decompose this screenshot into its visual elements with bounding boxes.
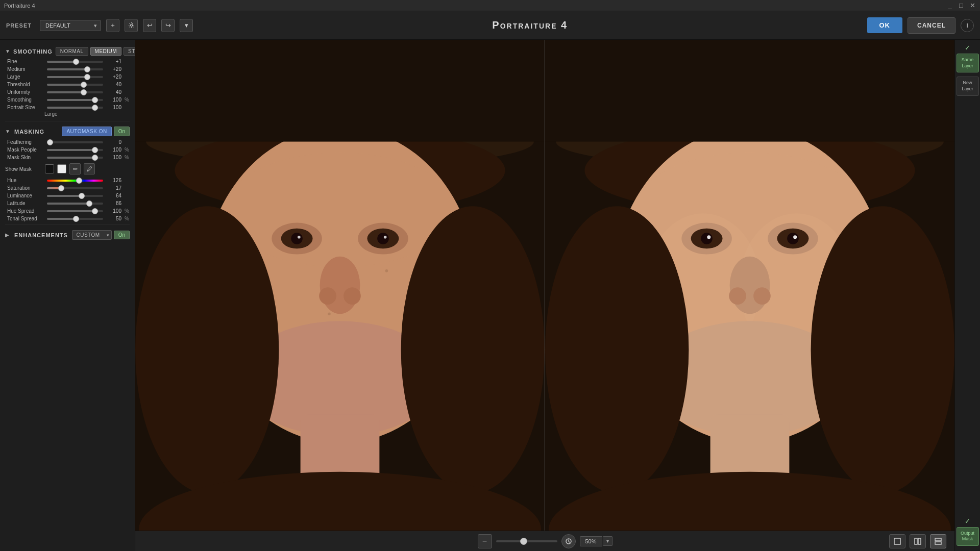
hue-slider[interactable] [47,180,103,182]
latitude-thumb[interactable] [86,201,92,207]
mask-color-white[interactable] [57,164,66,173]
masking-on-btn[interactable]: On [114,127,130,136]
output-mask-check: ✓ [965,517,970,525]
saturation-thumb[interactable] [58,185,64,191]
zoom-dropdown-btn[interactable]: ▾ [603,536,612,546]
add-preset-btn[interactable]: + [106,19,119,32]
view-single-btn[interactable] [889,534,905,548]
after-image [545,40,954,531]
mask-people-slider[interactable] [47,149,103,151]
fine-slider[interactable] [47,61,103,63]
minimize-btn[interactable]: _ [946,2,953,9]
mask-people-thumb[interactable] [92,147,98,153]
saturation-slider[interactable] [47,187,103,189]
before-image [135,40,545,531]
feathering-value: 0 [106,139,121,145]
custom-dropdown-btn[interactable]: CUSTOM [72,230,112,240]
mask-paint-btn[interactable]: ✏ [69,163,81,174]
close-btn[interactable]: ✕ [969,2,976,9]
undo-btn[interactable]: ↩ [143,19,156,32]
history-dropdown-btn[interactable]: ▾ [180,19,193,32]
zoom-slider-thumb[interactable] [520,538,527,545]
cancel-button[interactable]: CANCEL [908,17,955,34]
large-slider[interactable] [47,76,103,78]
threshold-slider-row: Threshold 40 [0,81,135,88]
enhancements-on-btn[interactable]: On [114,231,130,239]
zoom-reset-icon [565,538,572,545]
smoothing-fill [47,99,95,101]
mask-skin-slider[interactable] [47,157,103,159]
feathering-thumb[interactable] [47,139,53,145]
view-split-h-btn[interactable] [910,534,926,548]
before-canvas [135,40,545,531]
medium-slider[interactable] [47,68,103,70]
preset-dropdown[interactable]: DEFAULT [40,20,101,31]
feathering-slider-row: Feathering 0 [0,138,135,146]
svg-rect-65 [894,538,900,544]
sep1 [5,121,130,121]
svg-point-32 [401,206,545,493]
mask-skin-slider-row: Mask Skin 100 % [0,154,135,161]
feathering-slider[interactable] [47,141,103,143]
smoothing-triangle: ▼ [5,48,10,54]
view-mode-btns [889,534,946,548]
zoom-slider[interactable] [496,540,557,542]
threshold-thumb[interactable] [81,82,87,88]
preset-settings-btn[interactable] [125,19,138,32]
uniformity-slider[interactable] [47,91,103,93]
mask-color-black[interactable] [45,164,54,173]
smoothing-preset-btns: NORMAL MEDIUM STRONG [56,47,135,56]
smoothing-thumb[interactable] [92,97,98,103]
masking-section-header[interactable]: ▼ MASKING AUTOMASK ON On [0,123,135,138]
zoom-out-btn[interactable]: − [478,534,492,548]
hue-spread-slider[interactable] [47,210,103,212]
hue-spread-slider-row: Hue Spread 100 % [0,207,135,215]
mask-erase-btn[interactable]: 🖊 [84,163,95,174]
large-thumb[interactable] [84,74,90,80]
before-svg [135,40,545,531]
tonal-spread-pct: % [125,216,130,221]
zoom-reset-btn[interactable] [561,534,576,548]
svg-rect-69 [935,542,941,544]
luminance-slider[interactable] [47,195,103,197]
ok-button[interactable]: OK [867,17,903,33]
luminance-label: Luminance [7,193,44,198]
same-layer-btn[interactable]: Same Layer [957,54,979,72]
uniformity-thumb[interactable] [81,89,87,95]
output-mask-btn[interactable]: Output Mask [957,527,979,546]
latitude-slider[interactable] [47,203,103,205]
smoothing-section-header[interactable]: ▼ SMOOTHING NORMAL MEDIUM STRONG [0,44,135,58]
luminance-value: 64 [106,193,121,198]
normal-btn[interactable]: NORMAL [56,47,88,56]
enhancements-section-header[interactable]: ▶ ENHANCEMENTS CUSTOM ▾ On [0,227,135,242]
hue-spread-thumb[interactable] [92,208,98,214]
strong-btn[interactable]: STRONG [124,47,135,56]
svg-point-11 [328,312,331,315]
portrait-size-thumb[interactable] [92,105,98,111]
redo-btn[interactable]: ↪ [161,19,175,32]
new-layer-btn[interactable]: New Layer [957,77,979,95]
medium-thumb[interactable] [84,66,90,72]
hue-spread-fill [47,210,95,212]
automask-btn[interactable]: AUTOMASK ON [62,127,111,136]
portrait-size-slider[interactable] [47,107,103,109]
svg-point-24 [320,257,360,314]
hue-thumb[interactable] [76,178,82,184]
mask-skin-label: Mask Skin [7,155,44,160]
smoothing-slider-row: Smoothing 100 % [0,96,135,104]
mask-skin-thumb[interactable] [92,155,98,161]
threshold-slider[interactable] [47,84,103,86]
tonal-spread-thumb[interactable] [73,216,79,222]
preset-label: PRESET [6,22,32,29]
smoothing-slider[interactable] [47,99,103,101]
maximize-btn[interactable]: □ [958,2,965,9]
info-button[interactable]: i [961,19,974,32]
mask-skin-value: 100 [106,155,121,160]
smoothing-label: Smoothing [7,97,44,103]
view-split-v-btn[interactable] [930,534,946,548]
fine-thumb[interactable] [73,59,79,65]
luminance-thumb[interactable] [79,193,85,199]
tonal-spread-slider[interactable] [47,218,103,220]
medium-btn[interactable]: MEDIUM [90,47,122,56]
latitude-slider-row: Latitude 86 [0,199,135,207]
